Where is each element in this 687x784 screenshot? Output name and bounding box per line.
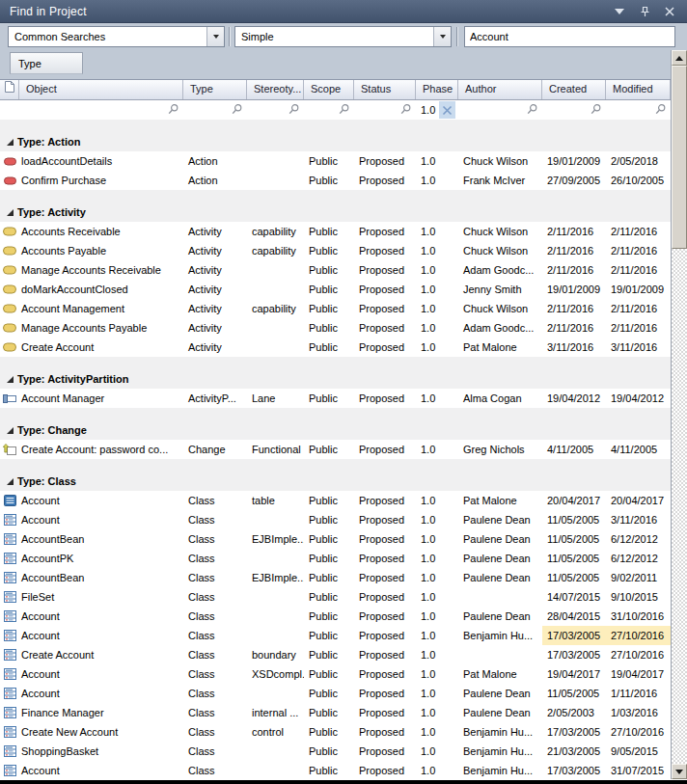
class-icon — [0, 703, 19, 722]
column-header-created[interactable]: Created — [542, 80, 606, 99]
tab-type[interactable]: Type — [10, 52, 83, 74]
filter-status[interactable] — [354, 100, 416, 120]
cell-phase: 1.0 — [416, 318, 458, 338]
filter-object[interactable] — [19, 100, 183, 120]
filter-stereotype[interactable] — [247, 100, 304, 120]
column-header-phase[interactable]: Phase — [416, 80, 458, 99]
column-header-scope[interactable]: Scope — [304, 80, 354, 99]
table-row[interactable]: AccountClassPublicProposed1.0Benjamin Hu… — [0, 761, 671, 780]
table-row[interactable]: Account ManagementActivitycapabilityPubl… — [0, 299, 671, 318]
cell-modified: 31/10/2016 — [606, 607, 671, 626]
table-row[interactable]: ShoppingBasketClassPublicProposed1.0Benj… — [0, 742, 671, 761]
search-type-combobox[interactable]: Common Searches — [8, 26, 225, 47]
table-row[interactable]: AccountBeanClassEJBImple...PublicPropose… — [0, 568, 671, 587]
cell-scope: Public — [304, 510, 354, 529]
table-row[interactable]: FileSetClassPublicProposed1.014/07/20159… — [0, 587, 671, 607]
table-row[interactable]: AccountClassPublicProposed1.0Benjamin Hu… — [0, 626, 671, 645]
chevron-down-icon[interactable] — [206, 27, 224, 46]
table-row[interactable]: Create Account: password co...ChangeFunc… — [0, 440, 671, 459]
search-filter-icon — [526, 103, 538, 118]
group-header[interactable]: Type: Action — [0, 132, 671, 151]
cell-modified: 19/04/2017 — [606, 664, 671, 684]
cell-created: 2/11/2016 — [542, 222, 606, 241]
cell-status: Proposed — [354, 440, 416, 459]
cell-type: Activity — [183, 299, 247, 318]
table-row[interactable]: Confirm PurchaseActionPublicProposed1.0F… — [0, 171, 671, 190]
pin-icon[interactable] — [637, 4, 652, 19]
clear-filter-button[interactable] — [439, 101, 455, 119]
search-definition-combobox[interactable]: Simple — [234, 26, 452, 47]
table-row[interactable]: Manage Accounts ReceivableActivityPublic… — [0, 260, 671, 280]
table-row[interactable]: AccountClasstablePublicProposed1.0Pat Ma… — [0, 491, 671, 510]
column-header-modified[interactable]: Modified — [606, 80, 671, 99]
cell-status: Proposed — [354, 318, 416, 338]
cell-status: Proposed — [354, 241, 416, 260]
cell-type: Class — [183, 645, 247, 664]
table-row[interactable]: AccountPKClassPublicProposed1.0Paulene D… — [0, 549, 671, 568]
column-header-type[interactable]: Type — [183, 80, 247, 99]
group-header[interactable]: Type: ActivityPartition — [0, 369, 671, 389]
table-row[interactable]: AccountBeanClassEJBImple...PublicPropose… — [0, 529, 671, 549]
column-header-icon[interactable] — [0, 80, 19, 99]
filter-phase[interactable]: 1.0 — [416, 100, 458, 120]
search-filter-icon — [167, 103, 179, 118]
table-row[interactable]: Create AccountActivityPublicProposed1.0P… — [0, 338, 671, 357]
column-header-object[interactable]: Object — [19, 80, 183, 99]
table-row[interactable]: Manage Accounts PayableActivityPublicPro… — [0, 318, 671, 338]
table-row[interactable]: Finance ManagerClassinternal ...PublicPr… — [0, 703, 671, 722]
cell-type: Class — [183, 664, 247, 684]
scrollbar-thumb[interactable] — [672, 66, 687, 249]
column-header-author[interactable]: Author — [458, 80, 542, 99]
filter-type[interactable] — [183, 100, 247, 120]
class-icon — [0, 568, 19, 587]
table-row[interactable]: Accounts PayableActivitycapabilityPublic… — [0, 241, 671, 260]
activity-icon — [0, 222, 19, 241]
table-row[interactable]: Create New AccountClasscontrolPublicProp… — [0, 722, 671, 742]
cell-status: Proposed — [354, 529, 416, 549]
toolbar-separator — [456, 27, 457, 46]
search-input[interactable] — [464, 26, 675, 47]
table-row[interactable]: Account ManagerActivityP...LanePublicPro… — [0, 389, 671, 408]
window-menu-icon[interactable] — [612, 4, 627, 19]
table-row[interactable]: AccountClassPublicProposed1.0Paulene Dea… — [0, 607, 671, 626]
table-row[interactable]: loadAccountDetailsActionPublicProposed1.… — [0, 151, 671, 171]
cell-status: Proposed — [354, 338, 416, 357]
cell-type: Action — [183, 151, 247, 171]
cell-author: Pat Malone — [458, 664, 542, 684]
class-icon — [0, 761, 19, 780]
tab-type-label: Type — [18, 58, 41, 69]
cell-type: Class — [183, 684, 247, 703]
chevron-down-icon[interactable] — [433, 27, 451, 46]
table-row[interactable]: AccountClassPublicProposed1.0Paulene Dea… — [0, 684, 671, 703]
table-row[interactable]: Accounts ReceivableActivitycapabilityPub… — [0, 222, 671, 241]
titlebar[interactable]: Find in Project — [0, 0, 687, 23]
cell-scope: Public — [304, 549, 354, 568]
scroll-up-button[interactable] — [672, 50, 687, 66]
element-page-icon — [4, 80, 15, 99]
cell-author: Paulene Dean — [458, 684, 542, 703]
filter-modified[interactable] — [606, 100, 671, 120]
filter-scope[interactable] — [304, 100, 354, 120]
group-header[interactable]: Type: Change — [0, 420, 671, 440]
table-row[interactable]: AccountClassPublicProposed1.0Paulene Dea… — [0, 510, 671, 529]
table-row[interactable]: Create AccountClassboundaryPublicPropose… — [0, 645, 671, 664]
close-icon[interactable] — [662, 4, 677, 19]
table-row[interactable]: doMarkAccountClosedActivityPublicPropose… — [0, 280, 671, 299]
cell-created: 2/05/2003 — [542, 703, 606, 722]
collapse-triangle-icon — [6, 375, 17, 384]
group-header[interactable]: Type: Class — [0, 472, 671, 491]
arrow-down-icon — [675, 770, 683, 774]
cell-object: FileSet — [19, 587, 183, 607]
table-row[interactable]: AccountClassXSDcompl...PublicProposed1.0… — [0, 664, 671, 684]
grid-header: ObjectTypeStereoty...ScopeStatusPhaseAut… — [0, 79, 671, 100]
column-header-status[interactable]: Status — [354, 80, 416, 99]
cell-stereotype: EJBImple... — [247, 529, 304, 549]
group-header[interactable]: Type: Activity — [0, 203, 671, 222]
cell-phase: 1.0 — [416, 722, 458, 742]
scroll-down-button[interactable] — [672, 764, 687, 779]
cell-phase: 1.0 — [416, 222, 458, 241]
column-header-stereotype[interactable]: Stereoty... — [247, 80, 304, 99]
filter-created[interactable] — [542, 100, 606, 120]
filter-author[interactable] — [458, 100, 542, 120]
vertical-scrollbar[interactable] — [671, 50, 687, 779]
